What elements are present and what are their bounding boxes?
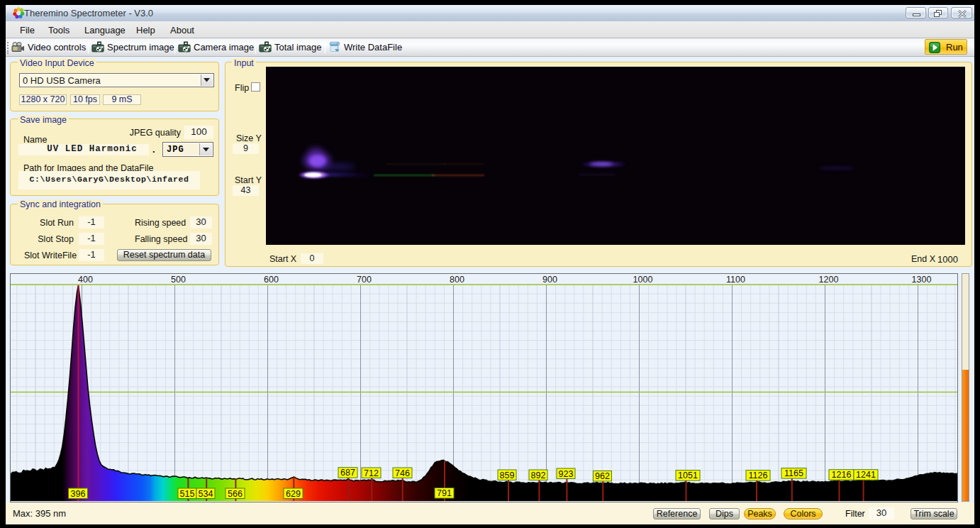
svg-text:791: 791 [437,488,452,498]
svg-text:1300: 1300 [912,275,932,285]
svg-text:746: 746 [395,468,410,478]
svg-text:923: 923 [559,469,574,479]
svg-text:600: 600 [264,275,279,285]
svg-text:900: 900 [542,275,557,285]
svg-text:1051: 1051 [678,471,698,480]
svg-text:1200: 1200 [819,275,839,285]
svg-text:1216: 1216 [832,470,852,480]
svg-text:687: 687 [340,468,355,478]
svg-text:629: 629 [286,489,301,499]
svg-text:700: 700 [357,275,372,285]
svg-text:396: 396 [71,489,86,499]
svg-text:962: 962 [595,471,610,481]
svg-text:859: 859 [500,471,515,480]
svg-text:500: 500 [171,275,186,285]
svg-text:1165: 1165 [784,468,803,478]
svg-text:800: 800 [450,275,464,285]
svg-text:892: 892 [531,471,546,480]
svg-text:534: 534 [199,489,213,499]
svg-text:1000: 1000 [633,275,653,285]
svg-text:566: 566 [228,489,243,499]
svg-text:400: 400 [78,275,93,285]
svg-text:515: 515 [180,489,195,499]
svg-text:1241: 1241 [856,470,876,480]
svg-text:1100: 1100 [726,275,745,285]
svg-text:1126: 1126 [749,471,768,480]
svg-text:712: 712 [364,468,379,478]
